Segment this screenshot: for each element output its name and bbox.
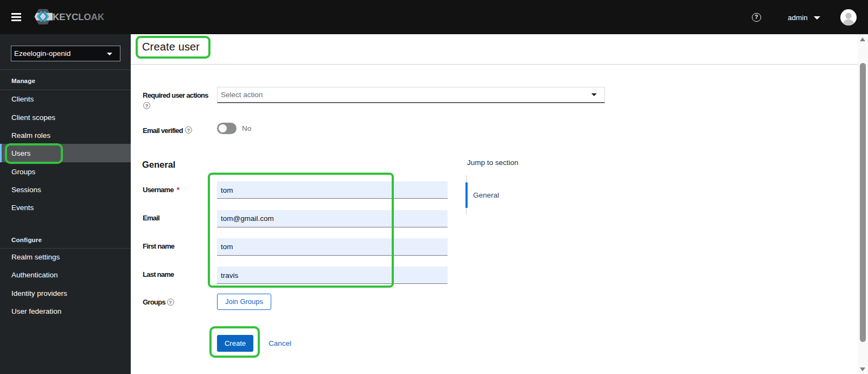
svg-text:KEYCLOAK: KEYCLOAK xyxy=(53,12,105,22)
